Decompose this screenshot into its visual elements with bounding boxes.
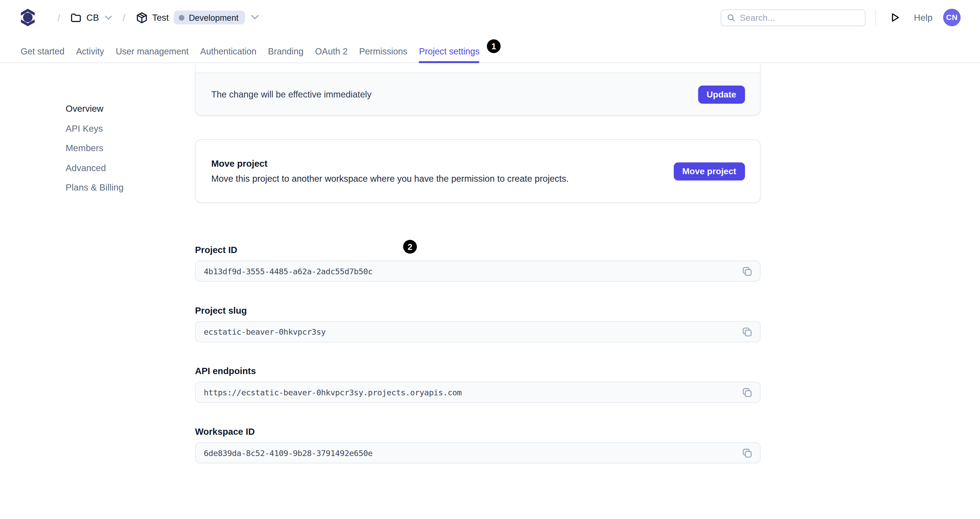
tab-get-started[interactable]: Get started [21, 40, 65, 62]
sidebar-item-advanced[interactable]: Advanced [66, 162, 124, 173]
project-slug-label: Project slug [195, 305, 761, 316]
header-divider [875, 10, 876, 26]
workspace-id-label: Workspace ID [195, 427, 761, 437]
tab-branding[interactable]: Branding [268, 40, 304, 62]
copy-project-slug-button[interactable] [741, 325, 754, 338]
api-endpoints-label: API endpoints [195, 366, 761, 376]
help-link[interactable]: Help [914, 13, 932, 22]
package-icon [136, 12, 147, 24]
top-bar: / CB / Test Development [0, 0, 980, 35]
copy-icon [742, 266, 752, 276]
settings-sidebar: Overview API Keys Members Advanced Plans… [66, 103, 124, 193]
project-name: Test [152, 13, 169, 22]
project-id-value: 4b13df9d-3555-4485-a62a-2adc55d7b50c [204, 267, 372, 276]
environment-dot-icon [179, 15, 185, 21]
update-card-footer: The change will be effective immediately… [196, 72, 760, 115]
chevron-down-icon [105, 15, 112, 20]
chevron-down-icon [251, 15, 259, 20]
project-id-field: Project ID 4b13df9d-3555-4485-a62a-2adc5… [195, 245, 761, 282]
project-info-fields: Project ID 4b13df9d-3555-4485-a62a-2adc5… [195, 245, 761, 487]
project-settings-page: / CB / Test Development [0, 0, 980, 519]
home-logo-button[interactable] [21, 7, 35, 28]
update-card-body [196, 64, 760, 72]
workspace-name: CB [86, 13, 99, 22]
user-avatar[interactable]: CN [943, 9, 961, 26]
breadcrumb-separator: / [123, 12, 125, 23]
play-button[interactable] [886, 9, 904, 26]
move-project-title: Move project [211, 159, 569, 169]
search-box [721, 9, 865, 26]
copy-workspace-id-button[interactable] [741, 446, 754, 460]
project-slug-value: ecstatic-beaver-0hkvpcr3sy [204, 327, 326, 336]
move-project-description: Move this project to another workspace w… [211, 174, 569, 184]
sidebar-item-overview[interactable]: Overview [66, 103, 124, 114]
top-bar-actions: Help CN [721, 9, 961, 26]
copy-icon [742, 326, 752, 337]
environment-label: Development [189, 13, 239, 22]
update-note: The change will be effective immediately [211, 89, 371, 100]
move-project-button[interactable]: Move project [674, 162, 745, 180]
sidebar-item-members[interactable]: Members [66, 142, 124, 154]
api-endpoints-field: API endpoints https://ecstatic-beaver-0h… [195, 366, 761, 403]
search-icon [727, 13, 736, 22]
tab-oauth2[interactable]: OAuth 2 [315, 40, 348, 62]
search-input[interactable] [740, 13, 859, 22]
copy-api-endpoints-button[interactable] [741, 386, 754, 399]
play-icon [891, 13, 900, 22]
workspace-switcher[interactable]: CB [71, 13, 112, 22]
project-slug-field: Project slug ecstatic-beaver-0hkvpcr3sy [195, 305, 761, 342]
update-card: The change will be effective immediately… [195, 64, 761, 116]
workspace-id-value: 6de839da-8c52-4109-9b28-3791492e650e [204, 448, 372, 457]
copy-project-id-button[interactable] [741, 264, 754, 278]
tab-activity[interactable]: Activity [76, 40, 104, 62]
tab-permissions[interactable]: Permissions [359, 40, 407, 62]
move-project-card: Move project Move this project to anothe… [195, 139, 761, 203]
annotation-mark-1: 1 [487, 40, 501, 53]
api-endpoints-value: https://ecstatic-beaver-0hkvpcr3sy.proje… [204, 387, 461, 397]
copy-icon [742, 448, 752, 458]
project-switcher[interactable]: Test Development [136, 11, 259, 24]
breadcrumb-separator: / [57, 12, 60, 23]
project-id-label: Project ID [195, 245, 761, 255]
annotation-mark-2: 2 [403, 240, 417, 254]
tab-project-settings[interactable]: Project settings [419, 40, 480, 62]
workspace-id-valuebox: 6de839da-8c52-4109-9b28-3791492e650e [195, 442, 761, 463]
tab-user-management[interactable]: User management [116, 40, 189, 62]
ory-logo-icon [21, 7, 35, 28]
tab-authentication[interactable]: Authentication [200, 40, 256, 62]
update-button[interactable]: Update [698, 85, 745, 103]
project-slug-valuebox: ecstatic-beaver-0hkvpcr3sy [195, 321, 761, 342]
copy-icon [742, 387, 752, 398]
project-id-valuebox: 4b13df9d-3555-4485-a62a-2adc55d7b50c [195, 260, 761, 282]
move-project-text: Move project Move this project to anothe… [211, 159, 569, 184]
sidebar-item-plans-billing[interactable]: Plans & Billing [66, 182, 124, 193]
environment-badge: Development [174, 11, 245, 24]
sidebar-item-api-keys[interactable]: API Keys [66, 122, 124, 134]
api-endpoints-valuebox: https://ecstatic-beaver-0hkvpcr3sy.proje… [195, 382, 761, 403]
folder-icon [71, 13, 81, 22]
workspace-id-field: Workspace ID 6de839da-8c52-4109-9b28-379… [195, 427, 761, 463]
